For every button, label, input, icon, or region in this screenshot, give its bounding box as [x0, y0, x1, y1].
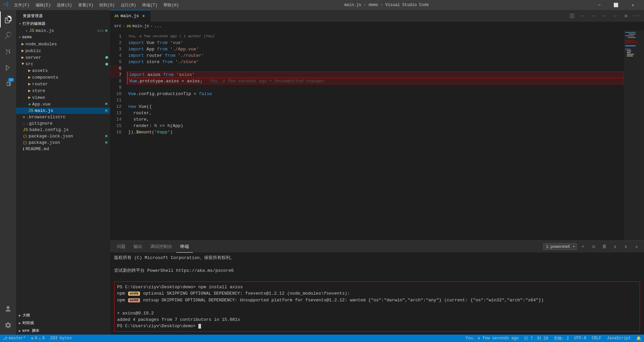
go-forward-button[interactable]: → — [589, 11, 598, 20]
status-filesize[interactable]: 283 bytes — [47, 335, 75, 342]
activity-search[interactable] — [0, 28, 16, 44]
tab-debug-console[interactable]: 调试控制台 — [146, 241, 176, 253]
folder-icon: ▶ — [28, 75, 31, 80]
status-line-ending[interactable]: CRLF — [589, 335, 604, 342]
trash-terminal-button[interactable]: 🗑 — [600, 242, 609, 251]
git-file-icon: ◌ — [23, 121, 25, 126]
outline-section[interactable]: ▶ 大纲 — [16, 311, 110, 319]
tree-public[interactable]: ▶ public — [16, 47, 110, 54]
status-blame[interactable]: You, a few seconds ago — [463, 335, 521, 342]
open-editor-main-js[interactable]: ✕ JS main.js src M — [16, 28, 110, 34]
tab-close-button[interactable]: ✕ — [141, 13, 146, 19]
menu-select[interactable]: 选择(S) — [54, 2, 75, 9]
readme-label: README.md — [26, 146, 110, 152]
tree-store[interactable]: ▶ store — [16, 87, 110, 94]
tab-problems[interactable]: 问题 — [113, 241, 130, 253]
tab-main-js[interactable]: JS main.js ✕ — [110, 10, 151, 22]
close-panel-button[interactable]: ✕ — [632, 242, 641, 251]
status-branch[interactable]: ⎇ master* — [0, 335, 28, 342]
tree-router[interactable]: ▶ router — [16, 81, 110, 87]
menu-help[interactable]: 帮助(H) — [161, 2, 182, 9]
tree-gitignore[interactable]: ◌ .gitignore — [16, 120, 110, 127]
menu-goto[interactable]: 转到(G) — [97, 2, 117, 9]
terminal-copyright: 版权所有 (C) Microsoft Corporation。保留所有权利。 — [114, 255, 640, 261]
extensions-badge: 13 — [8, 78, 14, 82]
tree-readme[interactable]: ℹ README.md — [16, 146, 110, 152]
breadcrumb-dots[interactable]: ... — [154, 24, 162, 29]
status-language[interactable]: JavaScript — [604, 335, 634, 342]
tree-package-json[interactable]: {} package.json M — [16, 139, 110, 146]
status-encoding[interactable]: UTF-8 — [572, 335, 589, 342]
activity-settings[interactable] — [0, 318, 16, 335]
tree-views[interactable]: ▶ views — [16, 94, 110, 101]
overflow-button[interactable]: ··· — [632, 11, 641, 20]
go-back-button2[interactable]: ← — [600, 11, 609, 20]
store-label: store — [32, 88, 110, 93]
terminal-shell-select[interactable]: 1: powershell — [543, 243, 577, 250]
menu-edit[interactable]: 编辑(E) — [33, 2, 54, 9]
tab-terminal[interactable]: 终端 — [176, 241, 193, 253]
activity-account[interactable] — [0, 302, 16, 318]
status-errors[interactable]: ⊗ 0 ⚠ 0 — [28, 335, 47, 342]
maximize-button[interactable]: ⬜ — [608, 0, 624, 10]
open-editor-close[interactable]: ✕ — [26, 29, 28, 33]
status-notification[interactable]: 🔔 — [634, 335, 644, 342]
tree-src[interactable]: ▼ src — [16, 61, 110, 67]
terminal-select-wrapper[interactable]: 1: powershell ▾ — [543, 243, 577, 250]
activity-run[interactable] — [0, 60, 16, 76]
tree-assets[interactable]: ▶ assets — [16, 67, 110, 74]
editor-area: JS main.js ✕ ← → ← → ⊞ ··· src › JS main… — [110, 10, 644, 335]
tree-main-js[interactable]: JS main.js M — [16, 108, 110, 114]
go-back-button[interactable]: ← — [578, 11, 588, 20]
modified-dot — [105, 63, 108, 66]
terminal-content[interactable]: 版权所有 (C) Microsoft Corporation。保留所有权利。 尝… — [110, 253, 644, 335]
menu-terminal[interactable]: 终端(T) — [140, 2, 160, 9]
tree-server[interactable]: ▶ server — [16, 54, 110, 61]
demo-section[interactable]: ▾ DEMO — [16, 34, 110, 41]
code-editor: 1 2 3 4 5 6 7 8 9 10 11 12 13 14 — [110, 31, 644, 241]
breadcrumb-filename[interactable]: main.js — [132, 24, 149, 29]
tree-browserslistrc[interactable]: ≡ .browserslistrc — [16, 114, 110, 120]
activity-extensions[interactable]: 13 — [0, 76, 16, 92]
editor-terminal-wrapper: 1 2 3 4 5 6 7 8 9 10 11 12 13 14 — [110, 31, 644, 335]
split-terminal-button[interactable]: ⊟ — [589, 242, 598, 251]
collapse-panel-button[interactable]: ∧ — [610, 242, 620, 251]
more-actions-button[interactable]: ⊞ — [621, 11, 631, 20]
code-content[interactable]: You, a few seconds ago | 1 author (You) … — [127, 33, 624, 238]
tree-babel-config[interactable]: JS babel.config.js — [16, 127, 110, 133]
tab-output[interactable]: 输出 — [130, 241, 146, 253]
open-editor-path: src — [97, 29, 104, 33]
tree-node-modules[interactable]: ▶ node_modules — [16, 41, 110, 47]
split-editor-button[interactable] — [567, 11, 577, 20]
activity-source-control[interactable] — [0, 44, 16, 60]
terminal-command-block: PS C:\Users\ziyv\Desktop\demo> npm insta… — [114, 282, 640, 332]
go-forward-button2[interactable]: → — [610, 11, 620, 20]
status-cursor-pos[interactable]: 行 7，列 29 — [522, 335, 551, 342]
code-line-8 — [127, 84, 624, 91]
tree-components[interactable]: ▶ components — [16, 74, 110, 81]
open-editors-chevron: ▾ — [19, 22, 21, 26]
open-editors-section[interactable]: ▾ 打开的编辑器 — [16, 20, 110, 28]
minimize-button[interactable]: — — [592, 0, 607, 10]
menu-run[interactable]: 运行(R) — [118, 2, 139, 9]
window-controls[interactable]: — ⬜ ✕ — [592, 0, 641, 10]
tree-package-lock[interactable]: {} package-lock.json M — [16, 133, 110, 139]
line-ending-text: CRLF — [592, 336, 601, 341]
branch-name: master* — [9, 336, 26, 341]
menu-file[interactable]: 文件(F) — [11, 2, 32, 9]
tree-app-vue[interactable]: ◈ App.vue M — [16, 101, 110, 108]
npm-scripts-section[interactable]: ▶ NPM 脚本 — [16, 327, 110, 335]
breadcrumb-src[interactable]: src — [114, 24, 121, 29]
maximize-panel-button[interactable]: ∨ — [621, 242, 631, 251]
editor-scroll-area[interactable]: 1 2 3 4 5 6 7 8 9 10 11 12 13 14 — [110, 31, 624, 241]
code-line-3: import router from './router' — [127, 52, 624, 59]
menu-view[interactable]: 查看(V) — [76, 2, 96, 9]
close-button[interactable]: ✕ — [625, 0, 641, 10]
code-line-10 — [127, 97, 624, 103]
assets-label: assets — [32, 68, 110, 73]
status-indent[interactable]: 空格: 2 — [551, 335, 572, 342]
menu-bar[interactable]: 文件(F) 编辑(E) 选择(S) 查看(V) 转到(G) 运行(R) 终端(T… — [11, 2, 182, 9]
add-terminal-button[interactable]: + — [578, 242, 588, 251]
activity-explorer[interactable] — [0, 11, 16, 28]
timeline-section[interactable]: ▶ 时间线 — [16, 319, 110, 327]
